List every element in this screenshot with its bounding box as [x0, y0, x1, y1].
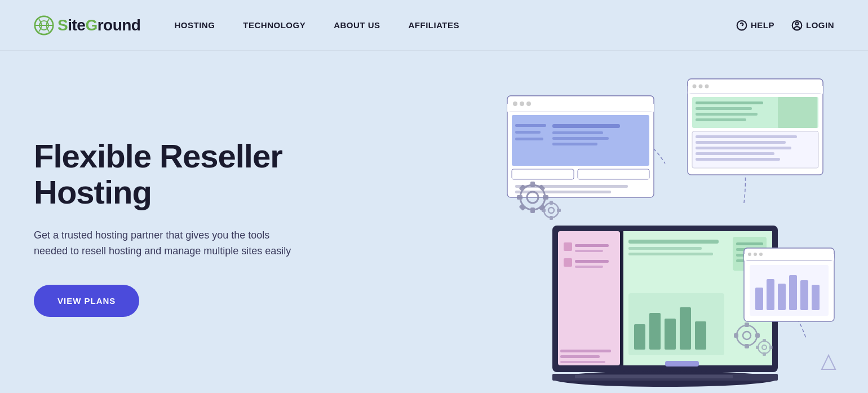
svg-rect-17 [515, 124, 546, 127]
svg-rect-39 [696, 147, 791, 149]
svg-rect-72 [736, 242, 763, 245]
svg-rect-50 [519, 204, 525, 211]
nav-item-affiliates[interactable]: AFFILIATES [409, 20, 460, 30]
svg-rect-66 [575, 266, 603, 268]
svg-rect-84 [628, 247, 702, 250]
svg-rect-57 [557, 209, 561, 212]
nav-item-about-us[interactable]: ABOUT US [334, 20, 380, 30]
hero-content: Flexible Reseller Hosting Get a trusted … [34, 138, 327, 317]
view-plans-button[interactable]: VIEW PLANS [34, 285, 139, 317]
svg-rect-40 [696, 152, 774, 155]
svg-rect-16 [552, 143, 597, 145]
svg-rect-97 [767, 279, 774, 310]
svg-rect-101 [812, 285, 820, 310]
hero-illustration [468, 62, 851, 389]
svg-rect-82 [665, 361, 699, 366]
svg-rect-56 [542, 209, 546, 212]
svg-rect-41 [696, 158, 780, 161]
hero-section: Flexible Reseller Hosting Get a trusted … [0, 51, 868, 393]
svg-rect-33 [696, 107, 752, 110]
svg-point-52 [544, 203, 559, 218]
svg-rect-107 [755, 333, 760, 338]
svg-rect-77 [634, 324, 645, 350]
nav-login-link[interactable]: LOGIN [791, 20, 834, 31]
svg-rect-80 [680, 307, 691, 350]
logo-text: SiteGround [57, 16, 140, 34]
svg-point-9 [513, 101, 517, 106]
svg-point-93 [754, 253, 757, 256]
svg-rect-46 [517, 195, 522, 200]
help-circle-icon [736, 20, 747, 31]
svg-rect-69 [560, 361, 605, 363]
svg-rect-35 [696, 118, 746, 121]
svg-rect-19 [515, 138, 543, 140]
svg-rect-45 [530, 207, 535, 213]
nav-help-link[interactable]: HELP [736, 20, 774, 31]
svg-point-29 [705, 85, 709, 89]
svg-rect-96 [755, 288, 763, 310]
svg-rect-20 [512, 169, 574, 179]
svg-marker-114 [822, 355, 835, 369]
svg-rect-110 [763, 339, 766, 342]
svg-rect-99 [789, 275, 797, 310]
nav-item-hosting[interactable]: HOSTING [174, 20, 215, 30]
svg-rect-37 [696, 135, 797, 138]
svg-point-94 [759, 253, 763, 256]
svg-rect-85 [628, 253, 713, 255]
svg-point-92 [748, 253, 751, 256]
illustration-svg [468, 62, 851, 389]
main-nav: HOSTING TECHNOLOGY ABOUT US AFFILIATES [174, 20, 736, 30]
nav-right: HELP LOGIN [736, 20, 834, 31]
svg-rect-78 [649, 313, 661, 350]
svg-rect-61 [564, 242, 572, 251]
svg-rect-64 [564, 258, 572, 267]
svg-rect-104 [745, 323, 749, 327]
svg-rect-83 [628, 240, 719, 244]
svg-rect-111 [763, 352, 766, 356]
svg-rect-68 [560, 355, 600, 358]
svg-point-11 [526, 101, 531, 106]
svg-rect-63 [575, 250, 603, 252]
svg-rect-113 [769, 346, 773, 349]
svg-point-28 [699, 85, 703, 89]
svg-rect-44 [530, 182, 535, 187]
svg-rect-62 [575, 244, 609, 247]
svg-rect-105 [745, 344, 749, 348]
svg-rect-67 [560, 350, 611, 352]
hero-title: Flexible Reseller Hosting [34, 138, 327, 210]
svg-rect-15 [552, 137, 609, 140]
svg-rect-31 [778, 97, 817, 128]
svg-rect-38 [696, 141, 786, 144]
svg-rect-14 [552, 131, 603, 134]
svg-rect-106 [734, 333, 738, 338]
svg-point-53 [548, 207, 554, 213]
svg-rect-32 [696, 101, 763, 104]
svg-rect-100 [800, 280, 808, 310]
svg-rect-21 [578, 169, 649, 179]
svg-rect-18 [515, 131, 541, 134]
svg-rect-34 [696, 113, 758, 116]
svg-rect-47 [543, 195, 548, 200]
svg-point-27 [693, 85, 697, 89]
svg-rect-81 [695, 321, 706, 350]
header: SiteGround HOSTING TECHNOLOGY ABOUT US A… [0, 0, 868, 51]
svg-rect-13 [552, 124, 620, 128]
hero-subtitle: Get a trusted hosting partner that gives… [34, 227, 293, 260]
svg-rect-54 [550, 201, 553, 205]
svg-rect-91 [744, 254, 834, 260]
svg-rect-65 [575, 260, 609, 263]
svg-point-10 [520, 101, 524, 106]
svg-rect-88 [575, 375, 733, 378]
svg-rect-55 [550, 216, 553, 220]
user-circle-icon [791, 20, 803, 31]
svg-rect-112 [756, 346, 759, 349]
svg-rect-79 [665, 319, 676, 350]
nav-item-technology[interactable]: TECHNOLOGY [243, 20, 305, 30]
logo[interactable]: SiteGround [34, 15, 140, 36]
svg-rect-98 [778, 284, 786, 310]
logo-icon [34, 15, 54, 36]
